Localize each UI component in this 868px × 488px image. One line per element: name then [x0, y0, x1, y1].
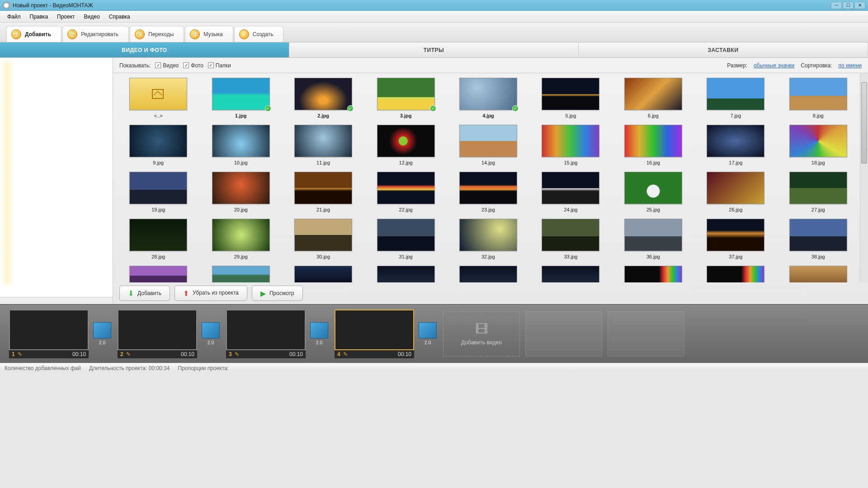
edit-icon[interactable]: ✎ [126, 351, 131, 357]
sort-dropdown[interactable]: по имени [839, 62, 862, 69]
menu-файл[interactable]: Файл [3, 12, 25, 22]
thumbnail-item[interactable]: ✓3.jpg [367, 78, 444, 122]
preview-button[interactable]: ▶Просмотр [252, 286, 303, 301]
menu-справка[interactable]: Справка [104, 12, 135, 22]
edit-icon[interactable]: ✎ [18, 351, 22, 357]
thumbnail-item[interactable]: 26.jpg [697, 172, 774, 216]
thumbnail-label: 22.jpg [399, 207, 413, 212]
thumbnail-item[interactable]: 33.jpg [532, 219, 609, 263]
clip-duration: 00:10 [289, 351, 303, 357]
thumbnail-item[interactable]: 21.jpg [284, 172, 362, 216]
transition-slot[interactable]: 2.0 [309, 322, 329, 345]
thumbnail-item[interactable]: 6.jpg [614, 78, 692, 122]
menu-проект[interactable]: Проект [52, 12, 80, 22]
thumbnail-item[interactable] [614, 266, 692, 282]
size-dropdown[interactable]: обычные значки [754, 62, 794, 69]
thumbnail-image [377, 219, 435, 251]
transition-slot[interactable]: 2.0 [92, 322, 112, 345]
thumbnail-item[interactable] [202, 266, 279, 282]
thumbnail-item[interactable]: 32.jpg [449, 219, 527, 263]
thumbnail-item[interactable]: ⮹<..> [119, 78, 197, 122]
subtab-ЗАСТАВКИ[interactable]: ЗАСТАВКИ [579, 42, 868, 57]
gallery-scrollbar[interactable] [860, 73, 868, 282]
minimize-button[interactable]: ─ [831, 2, 842, 9]
thumbnail-item[interactable]: 14.jpg [449, 125, 527, 169]
thumbnail-item[interactable]: 25.jpg [614, 172, 692, 216]
thumbnail-item[interactable] [119, 266, 197, 282]
wizard-tab-Переходы[interactable]: 3Переходы [130, 26, 184, 42]
thumbnail-item[interactable]: ✓1.jpg [202, 78, 279, 122]
thumbnail-item[interactable]: 10.jpg [202, 125, 279, 169]
timeline-clip[interactable]: 2✎00:10 [118, 310, 197, 358]
thumbnail-item[interactable]: 27.jpg [779, 172, 857, 216]
thumbnail-item[interactable]: 28.jpg [119, 219, 197, 263]
thumbnail-image [542, 125, 599, 157]
thumbnail-item[interactable]: 5.jpg [532, 78, 609, 122]
thumbnail-item[interactable]: 38.jpg [779, 219, 857, 263]
thumbnail-label: 3.jpg [400, 113, 412, 118]
maximize-button[interactable]: ☐ [843, 2, 854, 9]
menu-правка[interactable]: Правка [25, 12, 53, 22]
thumbnail-item[interactable]: 36.jpg [614, 219, 692, 263]
thumbnail-item[interactable]: 7.jpg [697, 78, 774, 122]
thumbnail-item[interactable] [449, 266, 527, 282]
thumbnail-item[interactable] [367, 266, 444, 282]
subtab-ВИДЕО И ФОТО[interactable]: ВИДЕО И ФОТО [0, 42, 289, 57]
thumbnail-item[interactable] [779, 266, 857, 282]
thumbnail-item[interactable]: 37.jpg [697, 219, 774, 263]
thumbnail-item[interactable]: 29.jpg [202, 219, 279, 263]
timeline[interactable]: 1✎00:102.02✎00:102.03✎00:102.04✎00:102.0… [0, 304, 868, 363]
menu-видео[interactable]: Видео [80, 12, 104, 22]
transition-slot[interactable]: 2.0 [418, 322, 438, 345]
edit-icon[interactable]: ✎ [343, 351, 348, 357]
thumbnail-label: 29.jpg [234, 254, 248, 259]
thumbnail-item[interactable]: ✓4.jpg [449, 78, 527, 122]
thumbnail-label: 23.jpg [481, 207, 495, 212]
add-button[interactable]: ⬇Добавить [119, 286, 170, 301]
thumbnail-item[interactable]: 16.jpg [614, 125, 692, 169]
thumbnail-item[interactable]: 17.jpg [697, 125, 774, 169]
wizard-tab-Добавить[interactable]: 1Добавить [6, 26, 61, 42]
timeline-clip[interactable]: 4✎00:10 [335, 310, 414, 358]
thumbnail-item[interactable]: 31.jpg [367, 219, 444, 263]
thumbnail-item[interactable]: 15.jpg [532, 125, 609, 169]
thumbnail-item[interactable]: 20.jpg [202, 172, 279, 216]
remove-up-icon: ⬆ [183, 289, 189, 298]
add-video-placeholder[interactable]: 🎞Добавить видео [443, 311, 520, 357]
wizard-tab-Музыка[interactable]: 4Музыка [185, 26, 233, 42]
thumbnail-item[interactable]: 23.jpg [449, 172, 527, 216]
thumbnail-item[interactable]: 30.jpg [284, 219, 362, 263]
thumbnail-item[interactable]: ✓2.jpg [284, 78, 362, 122]
sort-label: Сортировка: [801, 62, 832, 69]
subtab-ТИТРЫ[interactable]: ТИТРЫ [289, 42, 579, 57]
checkbox-video[interactable]: ✓Видео [155, 62, 179, 69]
thumbnail-item[interactable]: 9.jpg [119, 125, 197, 169]
thumbnail-label: 28.jpg [151, 254, 165, 259]
thumbnail-item[interactable] [697, 266, 774, 282]
wizard-tab-Создать[interactable]: ✓Создать [234, 26, 284, 42]
thumbnail-item[interactable]: 11.jpg [284, 125, 362, 169]
close-button[interactable]: ✕ [854, 2, 865, 9]
thumbnail-image [129, 172, 187, 204]
thumbnail-image [377, 266, 435, 282]
thumbnail-item[interactable]: 18.jpg [779, 125, 857, 169]
timeline-clip[interactable]: 1✎00:10 [9, 310, 89, 358]
thumbnail-gallery[interactable]: ⮹<..>✓1.jpg✓2.jpg✓3.jpg✓4.jpg5.jpg6.jpg7… [113, 73, 860, 282]
thumbnail-item[interactable]: 22.jpg [367, 172, 444, 216]
thumbnail-item[interactable]: 19.jpg [119, 172, 197, 216]
checkbox-folders[interactable]: ✓Папки [208, 62, 231, 69]
remove-button[interactable]: ⬆Убрать из проекта [175, 286, 247, 301]
thumbnail-image [789, 78, 847, 110]
checkbox-photo[interactable]: ✓Фото [183, 62, 203, 69]
edit-icon[interactable]: ✎ [235, 351, 239, 357]
thumbnail-item[interactable]: 12.jpg [367, 125, 444, 169]
timeline-clip[interactable]: 3✎00:10 [226, 310, 306, 358]
transition-slot[interactable]: 2.0 [201, 322, 221, 345]
thumbnail-item[interactable]: 8.jpg [779, 78, 857, 122]
sidebar-scrollbar[interactable] [0, 297, 113, 304]
wizard-tab-Редактировать[interactable]: 2Редактировать [62, 26, 129, 42]
thumbnail-item[interactable]: 24.jpg [532, 172, 609, 216]
thumbnail-item[interactable] [532, 266, 609, 282]
thumbnail-item[interactable] [284, 266, 362, 282]
folder-tree-sidebar[interactable] [0, 58, 113, 304]
